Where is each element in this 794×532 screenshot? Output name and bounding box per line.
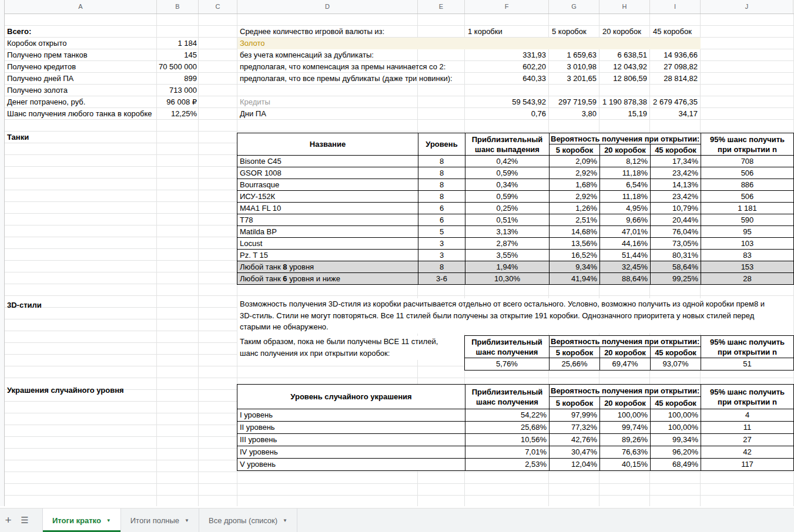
tank-p45-cell[interactable]: 17,34% [651, 156, 701, 167]
tank-p45-cell[interactable]: 20,44% [651, 214, 701, 226]
value-cell[interactable]: 34,17 [650, 108, 700, 120]
header-name[interactable]: Название [237, 133, 418, 156]
styles-p20-cell[interactable]: 69,47% [600, 358, 651, 371]
boxes-45-cell[interactable]: 45 коробок [650, 26, 700, 38]
header-drop-chance[interactable]: Приблизительный шанс получения [465, 385, 550, 409]
decoration-row[interactable]: I уровень 54,22% 97,99% 100,00% 100,00% … [237, 409, 794, 422]
decoration-row[interactable]: V уровень 2,53% 12,04% 40,15% 68,49% 117 [237, 459, 794, 471]
tank-chance-cell[interactable]: 3,55% [465, 250, 550, 261]
tank-p20-cell[interactable]: 47,01% [600, 226, 651, 238]
tank-level-cell[interactable]: 8 [418, 156, 465, 167]
tank-p5-cell[interactable]: 2,92% [550, 191, 600, 203]
tank-chance-cell[interactable]: 1,94% [465, 261, 550, 273]
column-header-h[interactable]: H [599, 0, 650, 14]
tank-level-cell[interactable]: 8 [418, 191, 465, 203]
value-cell[interactable]: 331,93 [465, 49, 548, 61]
styles-n-cell[interactable]: 51 [701, 358, 794, 371]
tank-p5-cell[interactable]: 13,56% [550, 238, 600, 250]
tank-n-cell[interactable]: 153 [701, 261, 794, 273]
decor-p45-cell[interactable]: 100,00% [651, 409, 701, 422]
header-5-boxes[interactable]: 5 коробок [550, 347, 600, 358]
value-cell[interactable]: 3 201,65 [549, 73, 599, 85]
tank-n-cell[interactable]: 1 181 [701, 203, 794, 214]
tank-name-cell[interactable]: M4A1 FL 10 [237, 203, 418, 214]
tank-p5-cell[interactable]: 2,09% [550, 156, 600, 167]
chevron-down-icon[interactable]: ▼ [106, 518, 111, 523]
column-header-e[interactable]: E [418, 0, 465, 14]
decor-p20-cell[interactable]: 76,63% [600, 446, 651, 459]
decor-p45-cell[interactable]: 99,34% [651, 434, 701, 446]
all-sheets-button[interactable]: ☰ [16, 509, 33, 532]
decor-n-cell[interactable]: 42 [701, 446, 794, 459]
header-drop-chance[interactable]: Приблизительный шанс выпадения [465, 133, 550, 156]
tank-row[interactable]: T78 6 0,51% 2,51% 9,66% 20,44% 590 [237, 214, 794, 226]
header-open-probability[interactable]: Вероятность получения при открытии: [550, 133, 701, 144]
column-header-d[interactable]: D [237, 0, 418, 14]
tank-row[interactable]: Matilda BP 5 3,13% 14,68% 47,01% 76,04% … [237, 226, 794, 238]
tank-chance-cell[interactable]: 0,59% [465, 167, 550, 179]
decor-p45-cell[interactable]: 68,49% [651, 459, 701, 471]
tank-p20-cell[interactable]: 8,12% [600, 156, 651, 167]
tank-level-cell[interactable]: 6 [418, 214, 465, 226]
tank-n-cell[interactable]: 590 [701, 214, 794, 226]
boxes-5-cell[interactable]: 5 коробок [549, 26, 599, 38]
tank-row[interactable]: ИСУ-152К 8 0,59% 2,92% 11,18% 23,42% 506 [237, 191, 794, 203]
header-20-boxes[interactable]: 20 коробок [600, 347, 651, 358]
header-drop-chance[interactable]: Приблизительный шанс получения [465, 336, 550, 358]
tank-p45-cell[interactable]: 76,04% [651, 226, 701, 238]
decor-chance-cell[interactable]: 2,53% [465, 459, 550, 471]
currency-header-label-cell[interactable]: Среднее количество игровой валюты из: [240, 26, 384, 38]
tank-p5-cell[interactable]: 2,51% [550, 214, 600, 226]
row-label-cell[interactable]: предполагая, что все премы дубликаты (да… [240, 73, 453, 85]
tank-name-cell[interactable]: Любой танк 6 уровня и ниже [237, 273, 418, 285]
styles-description-cell[interactable]: Возможность получения 3D-стиля из коробк… [237, 298, 793, 334]
decor-n-cell[interactable]: 117 [701, 459, 794, 471]
tank-row[interactable]: Locust 3 2,87% 13,56% 44,16% 73,05% 103 [237, 238, 794, 250]
decor-level-cell[interactable]: II уровень [237, 422, 465, 434]
decoration-row[interactable]: III уровень 10,56% 42,76% 89,26% 99,34% … [237, 434, 794, 446]
header-20-boxes[interactable]: 20 коробок [600, 397, 651, 409]
tank-name-cell[interactable]: Любой танк 8 уровня [237, 261, 418, 273]
stat-value-cell[interactable]: 713 000 [169, 85, 199, 96]
value-cell[interactable]: 297 719,59 [549, 96, 599, 108]
tank-p20-cell[interactable]: 51,44% [600, 250, 651, 261]
tank-p20-cell[interactable]: 6,54% [600, 179, 651, 191]
tank-p20-cell[interactable]: 44,16% [600, 238, 651, 250]
tank-p45-cell[interactable]: 23,42% [651, 191, 701, 203]
value-cell[interactable]: 12 043,92 [599, 61, 649, 73]
decor-p5-cell[interactable]: 12,04% [550, 459, 600, 471]
gold-label-cell[interactable]: Золото [240, 38, 265, 49]
tank-p20-cell[interactable]: 88,64% [600, 273, 651, 285]
tank-row[interactable]: GSOR 1008 8 0,59% 2,92% 11,18% 23,42% 50… [237, 167, 794, 179]
decoration-row[interactable]: IV уровень 7,01% 30,47% 76,63% 96,20% 42 [237, 446, 794, 459]
header-decor-level[interactable]: Уровень случайного украшения [237, 385, 465, 409]
column-header-f[interactable]: F [465, 0, 549, 14]
decor-n-cell[interactable]: 4 [701, 409, 794, 422]
tank-level-cell[interactable]: 3 [418, 238, 465, 250]
value-cell[interactable]: 59 543,92 [465, 96, 548, 108]
section-3d-styles-label[interactable]: 3D-стили [7, 299, 42, 311]
header-45-boxes[interactable]: 45 коробок [651, 347, 701, 358]
value-cell[interactable]: 0,76 [465, 108, 548, 120]
tank-summary-row[interactable]: Любой танк 6 уровня и ниже 3-6 10,30% 41… [237, 273, 794, 285]
decor-chance-cell[interactable]: 7,01% [465, 446, 550, 459]
value-cell[interactable]: 640,33 [465, 73, 548, 85]
tank-name-cell[interactable]: ИСУ-152К [237, 191, 418, 203]
tank-n-cell[interactable]: 506 [701, 191, 794, 203]
tank-p5-cell[interactable]: 2,92% [550, 167, 600, 179]
decor-p45-cell[interactable]: 100,00% [651, 422, 701, 434]
column-header-i[interactable]: I [650, 0, 701, 14]
tank-summary-row[interactable]: Любой танк 8 уровня 8 1,94% 9,34% 32,45%… [237, 261, 794, 273]
decor-chance-cell[interactable]: 54,22% [465, 409, 550, 422]
value-cell[interactable]: 1 659,63 [549, 49, 599, 61]
days-label-cell[interactable]: Дни ПА [240, 108, 266, 120]
header-95-chance[interactable]: 95% шанс получить при открытии n [701, 336, 794, 358]
stat-label-cell[interactable]: Получено золота [5, 85, 169, 96]
tank-p5-cell[interactable]: 14,68% [550, 226, 600, 238]
value-cell[interactable]: 602,20 [465, 61, 548, 73]
tab-itogi-kratko[interactable]: Итоги кратко ▼ [42, 509, 121, 532]
section-tanks-label[interactable]: Танки [7, 132, 29, 143]
tank-n-cell[interactable]: 708 [701, 156, 794, 167]
header-5-boxes[interactable]: 5 коробок [550, 144, 600, 156]
tank-level-cell[interactable]: 8 [418, 167, 465, 179]
